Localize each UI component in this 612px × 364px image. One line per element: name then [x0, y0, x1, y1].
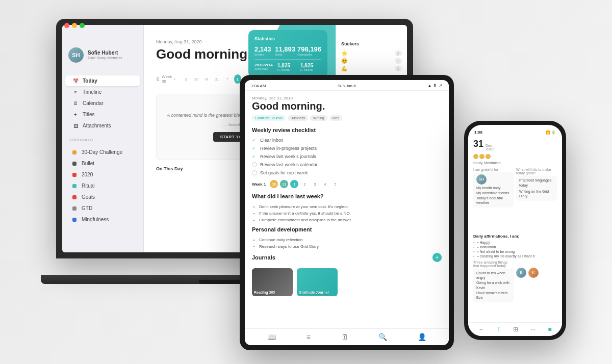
tablet-greeting: Good morning.	[252, 100, 442, 112]
sidebar-item-calendar-label: Calendar	[83, 100, 104, 106]
phone-tag: Study, Meditation	[468, 160, 562, 166]
journal-gtd-label: GTD	[82, 205, 92, 211]
sidebar-journal-mindfulness[interactable]: Mindfulness	[65, 214, 140, 225]
emoji-row	[468, 153, 562, 160]
wm-day-2: 2	[300, 180, 309, 188]
wm-day-3: 3	[311, 180, 319, 188]
sidebar-item-titles[interactable]: ✦ Titles	[65, 109, 140, 120]
emoji-dot-3	[486, 154, 491, 159]
sidebar-journal-ritual[interactable]: Ritual	[65, 180, 140, 191]
tablet-nav-list[interactable]: ≡	[307, 333, 311, 341]
stat-entries-val: 2,143	[254, 45, 273, 53]
three-item-2: Going for a walk with Kevin	[476, 280, 511, 291]
stats-grid: 2,143 Entries 11,893 Grids 798,196 Chara…	[254, 45, 321, 56]
checklist-item-5: Set goals for next week	[245, 169, 449, 177]
phone-nav-back[interactable]: ←	[478, 326, 484, 333]
phone-columns: I am grateful for SH My health body My i…	[468, 166, 562, 232]
sidebar-item-calendar[interactable]: 🗓 Calendar	[65, 98, 140, 109]
phone-nav-text[interactable]: T	[497, 326, 500, 333]
tablet-journals-grid: Reading 365 Gratitude Journal	[245, 264, 449, 300]
avatar: SH	[68, 47, 84, 63]
stat-cstreak: 1,825 C. Streak	[277, 63, 298, 71]
sidebar-item-timeline[interactable]: ≡ Timeline	[65, 87, 140, 97]
stat-entries-lbl: Entries	[254, 53, 273, 56]
sidebar-journal-bullet[interactable]: Bullet	[65, 158, 140, 169]
journals-section-label: Journals	[62, 134, 143, 144]
tablet-tags: Gratitude Journal Business Writing Idea	[245, 115, 449, 125]
journal-goals-label: Goals	[82, 194, 95, 200]
sticker-count-1: 2	[395, 50, 402, 56]
sidebar-journal-goals[interactable]: Goals	[65, 192, 140, 202]
checklist-item-2: ✓ Review in-progress projects	[245, 144, 449, 152]
add-journal-button[interactable]: +	[432, 253, 442, 262]
stat-chars-val: 798,196	[297, 45, 321, 53]
tablet-nav-calendar[interactable]: 🗓	[341, 333, 348, 341]
wm-day-30: 30	[270, 180, 278, 188]
tablet-writing-tag: Writing	[310, 115, 327, 121]
tablet-nav-book[interactable]: 📖	[267, 333, 276, 341]
phone-month: Dec	[486, 144, 494, 147]
sidebar-item-today[interactable]: 📅 Today	[65, 75, 140, 86]
stat-cstreak-val: 1,825	[277, 63, 298, 68]
stickers-title: Stickers	[341, 41, 402, 46]
sidebar-journal-gtd[interactable]: GTD	[65, 203, 140, 214]
user-role: Grid Diary Member	[88, 56, 137, 60]
phone-nav-more[interactable]: ···	[530, 326, 536, 333]
sidebar: SH Sofie Hubert Grid Diary Member 📅 Toda…	[62, 25, 144, 252]
three-item-1: Count to ten when angry	[476, 271, 511, 281]
journals-nav: 30-Day Challenge Bullet 2020 Ritual	[62, 144, 143, 227]
phone-nav-grid[interactable]: ⊞	[513, 326, 518, 333]
wm-day-5: 5	[331, 180, 339, 188]
minimize-button[interactable]	[72, 23, 77, 28]
journal-ritual-label: Ritual	[82, 183, 95, 189]
sidebar-journal-2020[interactable]: 2020	[65, 169, 140, 180]
tablet-learn-title: What did I learn last week?	[245, 191, 449, 202]
sidebar-item-titles-label: Titles	[83, 112, 95, 117]
check-box-4	[252, 162, 257, 167]
stats-grid2: 2013/2/14 Start Date 1,825 C. Streak 1,8…	[254, 59, 321, 71]
week-number: Week 36	[162, 74, 172, 84]
checklist-item-4: Review last week's calendar	[245, 161, 449, 169]
gratitude-item-3-text: Today's beautiful weather	[476, 196, 511, 206]
checklist-text-4: Review last week's calendar	[260, 162, 318, 167]
phone-date-header: 31 Dec 2018	[468, 137, 562, 153]
close-button[interactable]	[64, 23, 69, 28]
tablet-journal-tag: Gratitude Journal	[252, 115, 286, 121]
wm-day-4: 4	[321, 180, 329, 188]
timeline-icon: ≡	[72, 90, 79, 95]
tablet-learn-item-2: If the answer isn't a definite yes, it s…	[259, 210, 442, 217]
phone-day-num: 31	[473, 139, 483, 149]
maximize-button[interactable]	[80, 23, 85, 28]
tablet-week-label: Week 1	[252, 182, 266, 187]
sticker-emoji-1: ⭐	[341, 50, 347, 56]
traffic-lights	[64, 23, 85, 28]
stickers-section: Stickers ⭐ 2 😊 1 💪 1	[341, 41, 402, 72]
phone-bottom-bar: ← T ⊞ ··· ■	[468, 322, 562, 336]
tablet-date-top: Sun Jan 6	[338, 84, 356, 88]
sidebar-item-attachments[interactable]: 🖼 Attachments	[65, 120, 140, 131]
stat-lstreak-val: 1,825	[300, 63, 321, 68]
tablet-nav-user[interactable]: 👤	[418, 333, 426, 341]
sticker-count-2: 1	[395, 58, 402, 64]
day-31: 31	[213, 74, 220, 84]
phone-nav-color[interactable]: ■	[548, 326, 552, 333]
journal-30day-label: 30-Day Challenge	[82, 149, 122, 155]
today-box: Practiced languages today Writing on the…	[516, 176, 557, 201]
tablet-journals-title: Journals	[252, 254, 275, 261]
stat-grids-val: 11,893	[275, 45, 295, 53]
tablet: 1:04 AM Sun Jan 6 ▲ ⬆ ↗ Monday, Dec 31, …	[240, 75, 454, 350]
affirmation-4: • Creating my life exactly as I want it	[473, 254, 557, 258]
today-great-label: What will I do to make today great?	[516, 168, 557, 175]
stats-card: Statistics 2,143 Entries 11,893 Grids	[248, 30, 327, 77]
sidebar-journal-30day[interactable]: 30-Day Challenge	[65, 147, 140, 158]
tablet-nav-search[interactable]: 🔍	[378, 333, 387, 341]
check-box-5	[252, 170, 257, 175]
three-box: Count to ten when angry Going for a walk…	[473, 269, 514, 303]
tablet-learn-item-3: Complete commitment and discipline is th…	[259, 217, 442, 223]
attachments-icon: 🖼	[72, 123, 79, 128]
stat-chars-lbl: Characters	[297, 53, 321, 56]
sticker-row-3: 💪 1	[341, 65, 402, 72]
tablet-personal-item-2: Research ways to use Grid Diary	[259, 243, 442, 250]
stat-cstreak-lbl: C. Streak	[277, 68, 298, 71]
sticker-emoji-3: 💪	[341, 66, 347, 71]
